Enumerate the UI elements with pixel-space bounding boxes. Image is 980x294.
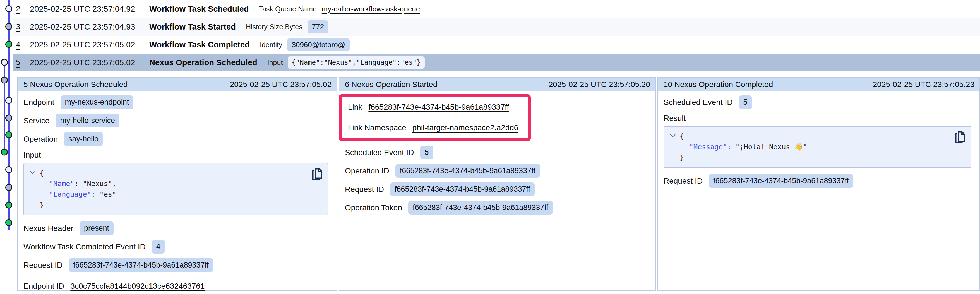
panel-header: 5 Nexus Operation Scheduled 2025-02-25 U… — [18, 78, 337, 92]
detail-label: Operation — [24, 135, 58, 144]
chevron-down-icon[interactable] — [670, 133, 676, 138]
history-event-row-selected[interactable]: 5 2025-02-25 UTC 23:57:05.02 Nexus Opera… — [13, 54, 980, 72]
event-group-detail: 5 Nexus Operation Scheduled 2025-02-25 U… — [17, 77, 980, 291]
detail-label: Service — [24, 116, 49, 125]
history-event-row[interactable]: 3 2025-02-25 UTC 23:57:04.93 Workflow Ta… — [13, 18, 980, 36]
detail-label: Scheduled Event ID — [345, 148, 414, 157]
detail-label: Request ID — [663, 176, 703, 186]
event-id-link[interactable]: 2 — [16, 5, 30, 13]
event-name: Workflow Task Scheduled — [149, 5, 249, 14]
detail-row: Scheduled Event ID 5 — [345, 146, 647, 159]
event-detail-panel-scheduled: 5 Nexus Operation Scheduled 2025-02-25 U… — [17, 77, 337, 291]
event-id-link[interactable]: 3 — [16, 22, 30, 31]
timeline-event-dot-started — [6, 184, 12, 191]
event-attr-label: Identity — [260, 41, 282, 49]
detail-label: Link Namespace — [348, 123, 406, 132]
json-viewer-input: { "Name": "Nexus", "Language": "es" } — [24, 163, 328, 215]
copy-icon[interactable] — [311, 167, 323, 181]
timeline-event-dot-completed — [6, 41, 12, 48]
attr-value-badge: 772 — [307, 21, 328, 33]
detail-label: Request ID — [24, 261, 62, 270]
timeline-event-dot-started — [2, 77, 8, 83]
json-line: { — [668, 131, 953, 142]
detail-row: Service my-hello-service — [24, 114, 328, 127]
input-json-badge: {"Name":"Nexus","Language":"es"} — [288, 56, 425, 68]
detail-label: Endpoint ID — [24, 282, 64, 291]
link-namespace-link[interactable]: phil-target-namespace2.a2dd6 — [412, 123, 519, 132]
panel-header: 10 Nexus Operation Completed 2025-02-25 … — [658, 78, 980, 92]
panel-body: Scheduled Event ID 5 Result { "Message":… — [658, 92, 980, 290]
detail-label: Scheduled Event ID — [663, 98, 733, 107]
detail-value-badge: my-hello-service — [56, 114, 119, 127]
detail-label: Nexus Header — [24, 224, 73, 233]
timeline-event-dot-started — [6, 24, 12, 30]
event-id-link[interactable]: 4 — [16, 40, 30, 49]
timeline-event-dot-scheduled — [6, 97, 12, 103]
event-timestamp: 2025-02-25 UTC 23:57:05.02 — [30, 58, 149, 67]
history-event-row[interactable]: 2 2025-02-25 UTC 23:57:04.92 Workflow Ta… — [13, 0, 980, 18]
task-queue-link[interactable]: my-caller-workflow-task-queue — [322, 5, 420, 13]
detail-row: Endpoint my-nexus-endpoint — [24, 95, 328, 109]
history-event-row[interactable]: 4 2025-02-25 UTC 23:57:05.02 Workflow Ta… — [13, 36, 980, 54]
detail-label: Operation ID — [345, 167, 389, 175]
detail-value-badge: f665283f-743e-4374-b45b-9a61a89337ff — [68, 258, 213, 272]
event-timestamp: 2025-02-25 UTC 23:57:04.93 — [30, 22, 149, 32]
detail-label: Workflow Task Completed Event ID — [24, 242, 146, 251]
json-line: { — [28, 168, 310, 178]
json-line: "Name": "Nexus", — [28, 178, 310, 189]
chevron-down-icon[interactable] — [30, 170, 36, 174]
timeline-event-dot-completed — [6, 219, 12, 226]
detail-value-badge: present — [80, 221, 114, 235]
panel-timestamp: 2025-02-25 UTC 23:57:05.02 — [230, 80, 331, 89]
detail-row: Request ID f665283f-743e-4374-b45b-9a61a… — [663, 174, 971, 188]
event-name: Workflow Task Started — [149, 22, 236, 32]
json-viewer-result: { "Message": "¡Hola! Nexus 👋" } — [663, 126, 971, 168]
detail-value-badge: 4 — [152, 240, 165, 254]
detail-label: Endpoint — [24, 98, 54, 107]
nexus-link[interactable]: f665283f-743e-4374-b45b-9a61a89337ff — [368, 103, 509, 111]
json-line: "Language": "es" — [28, 189, 310, 200]
detail-value-badge: say-hello — [64, 132, 103, 146]
event-attr-label: History Size Bytes — [246, 23, 302, 31]
detail-row: Workflow Task Completed Event ID 4 — [24, 240, 328, 254]
event-attr-label: Input — [267, 59, 283, 67]
detail-row: Link Namespace phil-target-namespace2.a2… — [348, 121, 522, 134]
json-line: } — [668, 152, 953, 163]
detail-row: Operation Token f665283f-743e-4374-b45b-… — [345, 201, 647, 215]
copy-icon[interactable] — [954, 130, 966, 144]
event-id-link[interactable]: 5 — [16, 58, 30, 67]
detail-value-badge: 5 — [739, 95, 752, 109]
timeline-event-dot-completed — [2, 149, 8, 155]
panel-timestamp: 2025-02-25 UTC 23:57:05.20 — [549, 80, 650, 89]
panel-title: 10 Nexus Operation Completed — [663, 80, 773, 89]
panel-title: 6 Nexus Operation Started — [345, 80, 438, 89]
timeline-event-dot-scheduled — [6, 167, 12, 173]
detail-value-badge: f665283f-743e-4374-b45b-9a61a89337ff — [709, 174, 853, 188]
detail-row: Scheduled Event ID 5 — [663, 95, 971, 109]
attr-value-badge: 30960@totoro@ — [287, 38, 350, 51]
panel-title: 5 Nexus Operation Scheduled — [24, 80, 128, 89]
panel-timestamp: 2025-02-25 UTC 23:57:05.23 — [873, 80, 974, 89]
detail-row: Request ID f665283f-743e-4374-b45b-9a61a… — [24, 258, 328, 272]
input-section-label: Input — [24, 151, 328, 160]
detail-value-badge: 5 — [420, 146, 433, 159]
event-name: Nexus Operation Scheduled — [149, 58, 257, 67]
detail-label: Request ID — [345, 185, 384, 194]
panel-body: Link f665283f-743e-4374-b45b-9a61a89337f… — [339, 92, 655, 290]
panel-body: Endpoint my-nexus-endpoint Service my-he… — [18, 92, 337, 294]
detail-row: Endpoint ID 3c0c75ccfa8144b092c13ce63246… — [24, 280, 328, 292]
event-detail-panel-started: 6 Nexus Operation Started 2025-02-25 UTC… — [339, 77, 656, 291]
event-timestamp: 2025-02-25 UTC 23:57:05.02 — [30, 40, 149, 49]
result-section-label: Result — [663, 114, 971, 123]
event-timestamp: 2025-02-25 UTC 23:57:04.92 — [30, 5, 149, 14]
detail-row: Link f665283f-743e-4374-b45b-9a61a89337f… — [348, 101, 522, 113]
detail-row: Operation ID f665283f-743e-4374-b45b-9a6… — [345, 164, 647, 178]
panel-header: 6 Nexus Operation Started 2025-02-25 UTC… — [339, 78, 655, 92]
endpoint-id-link[interactable]: 3c0c75ccfa8144b092c13ce632463761 — [70, 282, 205, 291]
timeline-event-dot-completed — [6, 132, 12, 138]
detail-value-badge: f665283f-743e-4374-b45b-9a61a89337ff — [408, 201, 553, 215]
event-name: Workflow Task Completed — [149, 40, 250, 49]
detail-label: Operation Token — [345, 203, 402, 212]
timeline-event-dot-completed — [6, 202, 12, 208]
detail-value-badge: my-nexus-endpoint — [60, 95, 134, 109]
